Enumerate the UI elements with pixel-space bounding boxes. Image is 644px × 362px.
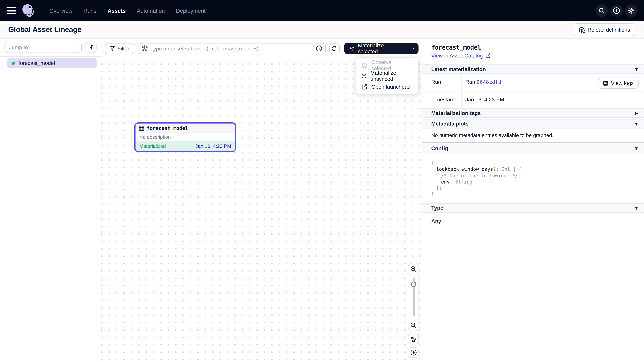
- catalog-link-label: View in Asset Catalog: [431, 52, 483, 59]
- section-label: Metadata plots: [431, 121, 468, 127]
- zoom-slider[interactable]: [408, 275, 418, 319]
- dagster-logo-icon[interactable]: [20, 3, 36, 18]
- help-button[interactable]: ?: [610, 4, 622, 17]
- asset-node-description: No description: [136, 133, 235, 141]
- view-logs-button[interactable]: View logs: [598, 78, 639, 89]
- observe-icon: [362, 62, 368, 68]
- zoom-controls: [408, 263, 419, 331]
- materialize-selected-button[interactable]: Materialize selected: [344, 43, 408, 54]
- section-label: Materialization tags: [431, 110, 481, 116]
- menu-item-label: Observe selected: [371, 59, 413, 71]
- sidebar-item-forecast-model[interactable]: forecast_model: [6, 58, 97, 68]
- sync-circle-icon: [362, 73, 366, 79]
- hamburger-menu-icon[interactable]: [6, 7, 16, 14]
- graph-layout-icon: [410, 336, 416, 342]
- caret-down-icon: ▼: [635, 122, 638, 126]
- panel-resize-handle[interactable]: [422, 142, 644, 143]
- code-line: /* One of the following: */: [431, 173, 522, 179]
- settings-button[interactable]: [625, 4, 637, 17]
- zoom-in-button[interactable]: [408, 263, 418, 275]
- run-id-link[interactable]: 0648cdfd: [477, 79, 501, 85]
- collapse-panel-icon: [88, 44, 94, 50]
- section-label: Config: [431, 145, 448, 151]
- collapse-sidebar-button[interactable]: [85, 42, 96, 53]
- jump-to-input[interactable]: [4, 42, 82, 53]
- rearrange-graph-button[interactable]: [408, 334, 419, 345]
- menu-item-observe-selected[interactable]: Observe selected: [356, 60, 418, 71]
- section-label: Type: [431, 205, 443, 211]
- asset-type-value: Any: [431, 218, 441, 224]
- code-line: {: [431, 160, 522, 166]
- code-line: env: String: [431, 179, 522, 185]
- gear-icon: [628, 7, 635, 14]
- nav-item-assets[interactable]: Assets: [108, 7, 126, 14]
- nav-item-runs[interactable]: Runs: [84, 7, 96, 14]
- metadata-plots-empty-message: No numeric metadata entries available to…: [431, 133, 553, 138]
- asset-node-header: forecast_model: [136, 123, 235, 133]
- help-icon: ?: [613, 7, 620, 14]
- zoom-out-icon: [410, 322, 416, 328]
- top-nav-actions: ?: [596, 4, 638, 17]
- asset-detail-panel: forecast_model View in Asset Catalog Lat…: [422, 38, 644, 362]
- table-icon: [139, 125, 144, 131]
- materialized-status-dot: [12, 61, 15, 65]
- refresh-graph-button[interactable]: [329, 43, 340, 54]
- zoom-in-icon: [410, 266, 416, 272]
- materialize-selected-split-button: Materialize selected ▾: [344, 43, 418, 54]
- panel-asset-title: forecast_model: [431, 44, 481, 51]
- asset-node-name: forecast_model: [146, 125, 188, 131]
- menu-item-label: Open launchpad: [371, 83, 410, 90]
- sidebar-toolbar: [0, 38, 101, 57]
- asset-subset-search: [138, 43, 326, 54]
- menu-item-open-launchpad[interactable]: Open launchpad: [356, 81, 418, 92]
- caret-down-icon: ▼: [635, 67, 638, 71]
- page-header: Global Asset Lineage Reload definitions: [0, 21, 644, 38]
- view-logs-label: View logs: [611, 80, 634, 86]
- section-materialization-tags[interactable]: Materialization tags ▶: [422, 108, 644, 118]
- filter-button[interactable]: Filter: [105, 43, 134, 54]
- run-row-label: Run: [422, 74, 462, 91]
- timestamp-row-value: Jan 16, 4:23 PM: [462, 92, 644, 107]
- section-latest-materialization[interactable]: Latest materialization ▼: [422, 64, 644, 74]
- nav-item-automation[interactable]: Automation: [137, 7, 165, 14]
- primary-nav: Overview Runs Assets Automation Deployme…: [49, 7, 206, 14]
- menu-item-materialize-unsynced[interactable]: Materialize unsynced: [356, 70, 418, 81]
- code-line: lookback_window_days?: Int | {: [431, 166, 522, 173]
- run-row-value: Run 0648cdfd View logs: [462, 74, 644, 91]
- refresh-icon: [332, 45, 337, 51]
- search-button[interactable]: [596, 4, 608, 17]
- section-config[interactable]: Config ▼: [422, 144, 644, 153]
- caret-down-icon: ▼: [635, 206, 638, 210]
- download-image-button[interactable]: [408, 347, 419, 358]
- run-prefix: Run: [466, 79, 477, 85]
- config-schema-code: { lookback_window_days?: Int | { /* One …: [431, 160, 522, 198]
- reload-definitions-button[interactable]: Reload definitions: [573, 23, 635, 36]
- nav-item-overview[interactable]: Overview: [49, 7, 72, 14]
- filter-label: Filter: [118, 45, 129, 52]
- timestamp-row-label: Timestamp: [422, 92, 462, 107]
- config-key-lookback-window-days[interactable]: lookback_window_days: [436, 166, 493, 173]
- app-root: Overview Runs Assets Automation Deployme…: [0, 0, 644, 362]
- section-metadata-plots[interactable]: Metadata plots ▼: [422, 119, 644, 128]
- zoom-slider-handle[interactable]: [411, 282, 416, 287]
- section-type[interactable]: Type ▼: [422, 203, 644, 213]
- logs-icon: [603, 80, 608, 86]
- graph-toolbar: Filter: [105, 43, 418, 54]
- reload-definitions-label: Reload definitions: [588, 27, 630, 33]
- nav-item-deployment[interactable]: Deployment: [176, 7, 206, 14]
- top-nav-bar: Overview Runs Assets Automation Deployme…: [0, 0, 644, 21]
- menu-item-label: Materialize unsynced: [370, 70, 413, 82]
- materialize-selected-label: Materialize selected: [358, 42, 402, 54]
- view-in-asset-catalog-link[interactable]: View in Asset Catalog: [431, 52, 490, 59]
- sparkles-icon: [349, 45, 355, 52]
- asset-subset-input[interactable]: [138, 43, 326, 54]
- materialize-dropdown-toggle[interactable]: ▾: [408, 43, 418, 54]
- asset-node-forecast-model[interactable]: forecast_model No description Materializ…: [134, 122, 236, 152]
- asset-graph-icon: [141, 45, 148, 51]
- zoom-out-button[interactable]: [408, 319, 418, 331]
- run-row: Run Run 0648cdfd View logs: [422, 74, 644, 92]
- download-icon: [410, 349, 416, 356]
- lineage-graph-pane[interactable]: Filter: [102, 38, 422, 362]
- info-icon[interactable]: [316, 45, 322, 52]
- external-link-icon: [362, 83, 368, 90]
